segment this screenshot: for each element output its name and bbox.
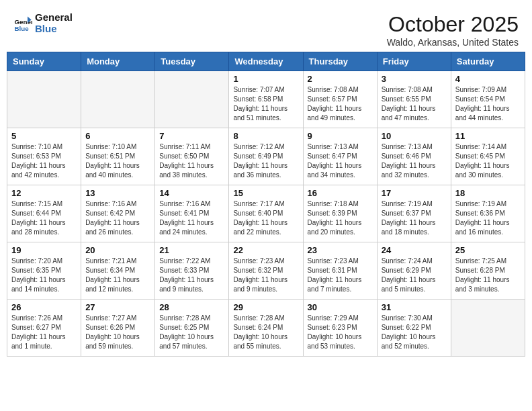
logo-icon: General Blue bbox=[13, 14, 32, 33]
header-friday: Friday bbox=[377, 52, 451, 71]
day-number: 18 bbox=[455, 188, 521, 198]
day-number: 5 bbox=[11, 131, 77, 141]
week-row-3: 12Sunrise: 7:15 AMSunset: 6:44 PMDayligh… bbox=[7, 185, 525, 242]
header-sunday: Sunday bbox=[7, 52, 81, 71]
logo-blue: Blue bbox=[35, 24, 73, 35]
logo: General Blue GeneralBlue bbox=[13, 12, 73, 34]
calendar-table: Sunday Monday Tuesday Wednesday Thursday… bbox=[7, 52, 525, 357]
day-number: 15 bbox=[233, 188, 298, 198]
day-number: 3 bbox=[382, 74, 447, 84]
week-row-4: 19Sunrise: 7:20 AMSunset: 6:35 PMDayligh… bbox=[7, 242, 525, 300]
day-info: Sunrise: 7:18 AMSunset: 6:39 PMDaylight:… bbox=[308, 199, 373, 237]
day-number: 22 bbox=[233, 245, 298, 255]
days-header-row: Sunday Monday Tuesday Wednesday Thursday… bbox=[7, 52, 525, 71]
cell-w2-d7: 11Sunrise: 7:14 AMSunset: 6:45 PMDayligh… bbox=[451, 128, 525, 185]
logo-text: GeneralBlue bbox=[35, 12, 73, 34]
header-monday: Monday bbox=[81, 52, 155, 71]
cell-w1-d1 bbox=[7, 71, 81, 128]
page-header: General Blue GeneralBlue October 2025 Wa… bbox=[7, 7, 525, 52]
cell-w1-d5: 2Sunrise: 7:08 AMSunset: 6:57 PMDaylight… bbox=[303, 71, 377, 128]
day-info: Sunrise: 7:22 AMSunset: 6:33 PMDaylight:… bbox=[159, 257, 224, 294]
day-number: 6 bbox=[85, 131, 150, 141]
cell-w4-d1: 19Sunrise: 7:20 AMSunset: 6:35 PMDayligh… bbox=[7, 242, 81, 300]
cell-w3-d4: 15Sunrise: 7:17 AMSunset: 6:40 PMDayligh… bbox=[229, 185, 303, 242]
day-info: Sunrise: 7:29 AMSunset: 6:23 PMDaylight:… bbox=[308, 314, 373, 351]
logo-general: General bbox=[35, 12, 73, 24]
day-number: 13 bbox=[85, 188, 150, 198]
cell-w1-d4: 1Sunrise: 7:07 AMSunset: 6:58 PMDaylight… bbox=[229, 71, 303, 128]
day-info: Sunrise: 7:28 AMSunset: 6:24 PMDaylight:… bbox=[233, 314, 298, 351]
day-info: Sunrise: 7:27 AMSunset: 6:26 PMDaylight:… bbox=[85, 314, 150, 351]
cell-w4-d7: 25Sunrise: 7:25 AMSunset: 6:28 PMDayligh… bbox=[451, 242, 525, 300]
cell-w4-d3: 21Sunrise: 7:22 AMSunset: 6:33 PMDayligh… bbox=[155, 242, 229, 300]
week-row-2: 5Sunrise: 7:10 AMSunset: 6:53 PMDaylight… bbox=[7, 128, 525, 185]
cell-w2-d6: 10Sunrise: 7:13 AMSunset: 6:46 PMDayligh… bbox=[377, 128, 451, 185]
cell-w1-d6: 3Sunrise: 7:08 AMSunset: 6:55 PMDaylight… bbox=[377, 71, 451, 128]
cell-w2-d4: 8Sunrise: 7:12 AMSunset: 6:49 PMDaylight… bbox=[229, 128, 303, 185]
day-number: 29 bbox=[233, 302, 298, 312]
svg-text:Blue: Blue bbox=[14, 25, 29, 32]
day-info: Sunrise: 7:13 AMSunset: 6:46 PMDaylight:… bbox=[382, 142, 447, 180]
day-number: 27 bbox=[85, 302, 150, 312]
title-block: October 2025 Waldo, Arkansas, United Sta… bbox=[387, 12, 519, 48]
day-info: Sunrise: 7:14 AMSunset: 6:45 PMDaylight:… bbox=[455, 142, 521, 180]
day-info: Sunrise: 7:17 AMSunset: 6:40 PMDaylight:… bbox=[233, 199, 298, 237]
cell-w2-d2: 6Sunrise: 7:10 AMSunset: 6:51 PMDaylight… bbox=[81, 128, 155, 185]
day-number: 17 bbox=[382, 188, 447, 198]
day-info: Sunrise: 7:11 AMSunset: 6:50 PMDaylight:… bbox=[159, 142, 224, 180]
day-info: Sunrise: 7:23 AMSunset: 6:32 PMDaylight:… bbox=[233, 257, 298, 294]
cell-w1-d3 bbox=[155, 71, 229, 128]
cell-w4-d5: 23Sunrise: 7:23 AMSunset: 6:31 PMDayligh… bbox=[303, 242, 377, 300]
day-info: Sunrise: 7:28 AMSunset: 6:25 PMDaylight:… bbox=[159, 314, 224, 351]
cell-w2-d1: 5Sunrise: 7:10 AMSunset: 6:53 PMDaylight… bbox=[7, 128, 81, 185]
day-info: Sunrise: 7:20 AMSunset: 6:35 PMDaylight:… bbox=[11, 257, 77, 294]
day-number: 28 bbox=[159, 302, 224, 312]
cell-w2-d5: 9Sunrise: 7:13 AMSunset: 6:47 PMDaylight… bbox=[303, 128, 377, 185]
day-info: Sunrise: 7:19 AMSunset: 6:36 PMDaylight:… bbox=[455, 199, 521, 237]
day-info: Sunrise: 7:15 AMSunset: 6:44 PMDaylight:… bbox=[11, 199, 77, 237]
cell-w5-d3: 28Sunrise: 7:28 AMSunset: 6:25 PMDayligh… bbox=[155, 300, 229, 357]
day-info: Sunrise: 7:16 AMSunset: 6:42 PMDaylight:… bbox=[85, 199, 150, 237]
cell-w3-d1: 12Sunrise: 7:15 AMSunset: 6:44 PMDayligh… bbox=[7, 185, 81, 242]
cell-w1-d2 bbox=[81, 71, 155, 128]
cell-w4-d4: 22Sunrise: 7:23 AMSunset: 6:32 PMDayligh… bbox=[229, 242, 303, 300]
cell-w3-d6: 17Sunrise: 7:19 AMSunset: 6:37 PMDayligh… bbox=[377, 185, 451, 242]
day-number: 9 bbox=[308, 131, 373, 141]
day-info: Sunrise: 7:24 AMSunset: 6:29 PMDaylight:… bbox=[382, 257, 447, 294]
cell-w3-d2: 13Sunrise: 7:16 AMSunset: 6:42 PMDayligh… bbox=[81, 185, 155, 242]
day-number: 10 bbox=[382, 131, 447, 141]
cell-w1-d7: 4Sunrise: 7:09 AMSunset: 6:54 PMDaylight… bbox=[451, 71, 525, 128]
cell-w4-d2: 20Sunrise: 7:21 AMSunset: 6:34 PMDayligh… bbox=[81, 242, 155, 300]
day-number: 23 bbox=[308, 245, 373, 255]
cell-w3-d5: 16Sunrise: 7:18 AMSunset: 6:39 PMDayligh… bbox=[303, 185, 377, 242]
day-info: Sunrise: 7:30 AMSunset: 6:22 PMDaylight:… bbox=[382, 314, 447, 351]
day-info: Sunrise: 7:08 AMSunset: 6:57 PMDaylight:… bbox=[308, 85, 373, 123]
day-info: Sunrise: 7:08 AMSunset: 6:55 PMDaylight:… bbox=[382, 85, 447, 123]
location: Waldo, Arkansas, United States bbox=[387, 37, 519, 48]
day-number: 4 bbox=[455, 74, 521, 84]
day-number: 8 bbox=[233, 131, 298, 141]
day-number: 20 bbox=[85, 245, 150, 255]
day-number: 21 bbox=[159, 245, 224, 255]
day-number: 25 bbox=[455, 245, 521, 255]
cell-w3-d3: 14Sunrise: 7:16 AMSunset: 6:41 PMDayligh… bbox=[155, 185, 229, 242]
cell-w5-d1: 26Sunrise: 7:26 AMSunset: 6:27 PMDayligh… bbox=[7, 300, 81, 357]
cell-w5-d4: 29Sunrise: 7:28 AMSunset: 6:24 PMDayligh… bbox=[229, 300, 303, 357]
header-saturday: Saturday bbox=[451, 52, 525, 71]
day-info: Sunrise: 7:23 AMSunset: 6:31 PMDaylight:… bbox=[308, 257, 373, 294]
cell-w5-d5: 30Sunrise: 7:29 AMSunset: 6:23 PMDayligh… bbox=[303, 300, 377, 357]
header-tuesday: Tuesday bbox=[155, 52, 229, 71]
day-info: Sunrise: 7:07 AMSunset: 6:58 PMDaylight:… bbox=[233, 85, 298, 123]
cell-w5-d6: 31Sunrise: 7:30 AMSunset: 6:22 PMDayligh… bbox=[377, 300, 451, 357]
week-row-5: 26Sunrise: 7:26 AMSunset: 6:27 PMDayligh… bbox=[7, 300, 525, 357]
cell-w3-d7: 18Sunrise: 7:19 AMSunset: 6:36 PMDayligh… bbox=[451, 185, 525, 242]
month-title: October 2025 bbox=[387, 12, 519, 37]
day-info: Sunrise: 7:19 AMSunset: 6:37 PMDaylight:… bbox=[382, 199, 447, 237]
day-info: Sunrise: 7:25 AMSunset: 6:28 PMDaylight:… bbox=[455, 257, 521, 294]
header-wednesday: Wednesday bbox=[229, 52, 303, 71]
cell-w5-d2: 27Sunrise: 7:27 AMSunset: 6:26 PMDayligh… bbox=[81, 300, 155, 357]
week-row-1: 1Sunrise: 7:07 AMSunset: 6:58 PMDaylight… bbox=[7, 71, 525, 128]
day-info: Sunrise: 7:21 AMSunset: 6:34 PMDaylight:… bbox=[85, 257, 150, 294]
day-info: Sunrise: 7:12 AMSunset: 6:49 PMDaylight:… bbox=[233, 142, 298, 180]
day-number: 24 bbox=[382, 245, 447, 255]
